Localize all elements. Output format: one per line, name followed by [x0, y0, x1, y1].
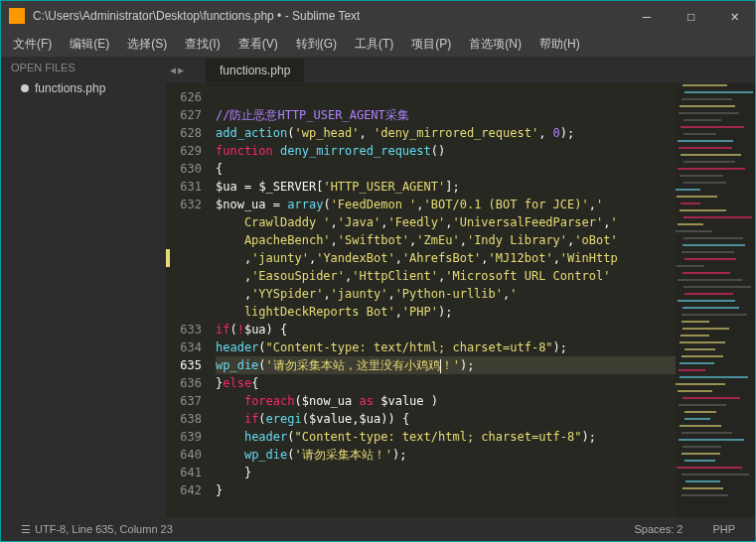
minimap-line: [683, 182, 727, 184]
minimap-line: [683, 161, 734, 163]
minimap-line: [680, 362, 714, 364]
line-number[interactable]: [166, 303, 202, 321]
menu-item-2[interactable]: 选择(S): [123, 34, 171, 55]
line-number[interactable]: 639: [166, 428, 202, 446]
code-line[interactable]: }: [216, 481, 676, 499]
maximize-button[interactable]: ☐: [679, 4, 702, 28]
minimap-line: [680, 154, 741, 156]
code-editor-area[interactable]: //防止恶意HTTP_USER_AGENT采集add_action('wp_he…: [210, 84, 676, 517]
code-line[interactable]: ,'EasouSpider','HttpClient','Microsoft U…: [216, 267, 676, 285]
menu-item-1[interactable]: 编辑(E): [66, 34, 113, 55]
code-line[interactable]: $now_ua = array('FeedDemon ','BOT/0.1 (B…: [216, 196, 676, 213]
menu-item-5[interactable]: 转到(G): [292, 34, 341, 55]
line-number[interactable]: 632: [166, 196, 202, 213]
code-line[interactable]: foreach($now_ua as $value ): [216, 392, 676, 410]
minimap-line: [679, 147, 732, 149]
code-line[interactable]: function deny_mirrored_request(): [216, 142, 676, 160]
tab-prev-icon[interactable]: ◀: [170, 65, 176, 75]
code-line[interactable]: lightDeckReports Bot','PHP');: [216, 303, 676, 321]
code-line[interactable]: CrawlDaddy ','Java','Feedly','UniversalF…: [216, 213, 676, 231]
minimap-line: [681, 98, 733, 100]
code-line[interactable]: ,'jaunty','YandexBot','AhrefsBot','MJ12b…: [216, 249, 676, 267]
hamburger-icon[interactable]: ☰: [21, 523, 31, 536]
status-encoding[interactable]: UTF-8, Line 635, Column 23: [35, 523, 173, 535]
sidebar-item-file[interactable]: functions.php: [1, 78, 166, 98]
line-number-gutter[interactable]: 626627628629630631632 633634635636637638…: [166, 84, 210, 517]
minimap-line: [680, 209, 726, 211]
code-line[interactable]: ApacheBench','Swiftbot','ZmEu','Indy Lib…: [216, 231, 676, 249]
minimap-line: [676, 189, 700, 191]
code-line[interactable]: }else{: [216, 374, 676, 392]
minimap[interactable]: [676, 84, 755, 517]
line-number[interactable]: 626: [166, 88, 202, 106]
status-indent[interactable]: Spaces: 2: [634, 523, 682, 535]
tab-next-icon[interactable]: ▶: [178, 65, 184, 75]
minimap-line: [683, 216, 752, 218]
code-line[interactable]: wp_die('请勿采集本站！');: [216, 446, 676, 464]
code-line[interactable]: //防止恶意HTTP_USER_AGENT采集: [216, 106, 676, 124]
minimap-line: [679, 369, 705, 371]
line-number[interactable]: 630: [166, 160, 202, 178]
code-line[interactable]: header("Content-type: text/html; charset…: [216, 428, 676, 446]
minimap-line: [678, 279, 742, 281]
code-line[interactable]: [216, 88, 676, 106]
code-line[interactable]: add_action('wp_head', 'deny_mirrored_req…: [216, 124, 676, 142]
line-number[interactable]: 638: [166, 410, 202, 428]
line-number[interactable]: 627: [166, 106, 202, 124]
tab-file[interactable]: functions.php: [206, 59, 304, 82]
minimap-line: [682, 244, 745, 246]
line-number[interactable]: 629: [166, 142, 202, 160]
minimap-line: [682, 397, 740, 399]
code-line[interactable]: wp_die('请勿采集本站，这里没有小鸡鸡！');: [216, 356, 676, 374]
minimap-line: [683, 286, 750, 288]
menu-item-8[interactable]: 首选项(N): [465, 34, 526, 55]
line-number[interactable]: 642: [166, 481, 202, 499]
minimap-line: [683, 119, 721, 121]
line-number[interactable]: 633: [166, 321, 202, 339]
menu-item-7[interactable]: 项目(P): [407, 34, 455, 55]
menu-item-0[interactable]: 文件(F): [9, 34, 56, 55]
line-number[interactable]: [166, 249, 202, 267]
menu-item-4[interactable]: 查看(V): [234, 34, 282, 55]
code-line[interactable]: {: [216, 160, 676, 178]
code-line[interactable]: if(eregi($value,$ua)) {: [216, 410, 676, 428]
line-number[interactable]: 634: [166, 339, 202, 356]
line-number[interactable]: [166, 213, 202, 231]
line-number[interactable]: [166, 285, 202, 303]
status-syntax[interactable]: PHP: [712, 523, 735, 535]
line-number[interactable]: 635: [166, 356, 202, 374]
minimap-line: [684, 418, 711, 420]
minimap-line: [678, 390, 711, 392]
menu-item-6[interactable]: 工具(T): [351, 34, 397, 55]
minimize-button[interactable]: –: [635, 4, 659, 28]
menu-item-3[interactable]: 查找(I): [181, 34, 224, 55]
line-number[interactable]: [166, 231, 202, 249]
code-line[interactable]: header("Content-type: text/html; charset…: [216, 339, 676, 356]
titlebar: C:\Users\Administrator\Desktop\functions…: [1, 1, 755, 31]
minimap-line: [683, 237, 743, 239]
code-line[interactable]: ,'YYSpider','jaunty','Python-urllib',': [216, 285, 676, 303]
minimap-line: [682, 307, 739, 309]
minimap-line: [679, 439, 744, 441]
line-number[interactable]: 640: [166, 446, 202, 464]
line-number[interactable]: [166, 267, 202, 285]
minimap-line: [681, 432, 732, 434]
minimap-line: [682, 84, 727, 86]
line-number[interactable]: 637: [166, 392, 202, 410]
minimap-line: [680, 175, 723, 177]
code-line[interactable]: }: [216, 464, 676, 481]
line-number[interactable]: 628: [166, 124, 202, 142]
line-number[interactable]: 636: [166, 374, 202, 392]
minimap-line: [678, 300, 735, 302]
minimap-line: [684, 348, 715, 350]
line-number[interactable]: 641: [166, 464, 202, 481]
minimap-line: [682, 487, 723, 489]
close-button[interactable]: ✕: [723, 4, 747, 28]
minimap-line: [679, 112, 740, 114]
statusbar: ☰ UTF-8, Line 635, Column 23 Spaces: 2 P…: [1, 517, 755, 541]
line-number[interactable]: 631: [166, 178, 202, 196]
code-line[interactable]: $ua = $_SERVER['HTTP_USER_AGENT'];: [216, 178, 676, 196]
minimap-line: [680, 126, 744, 128]
menu-item-9[interactable]: 帮助(H): [535, 34, 584, 55]
code-line[interactable]: if(!$ua) {: [216, 321, 676, 339]
